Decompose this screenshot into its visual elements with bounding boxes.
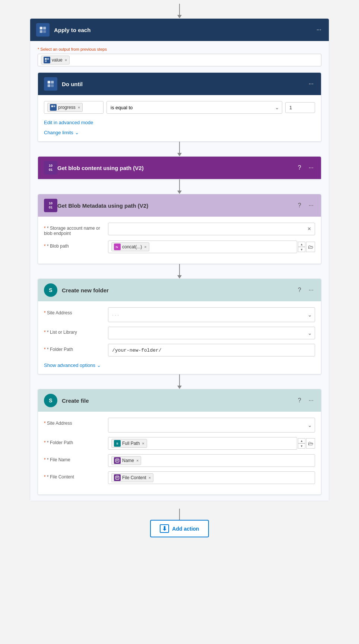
create-folder-body: * Site Address · · · ⌄ * * Lis [38, 301, 321, 374]
storage-account-row: * * Storage account name or blob endpoin… [44, 223, 315, 236]
name-token-icon [114, 457, 121, 464]
condition-left-input[interactable]: progress × [44, 101, 104, 114]
progress-token-remove[interactable]: × [78, 105, 80, 110]
inner-flow-wrapper: Do until ··· [30, 72, 329, 501]
file-content-token-remove[interactable]: × [149, 475, 151, 480]
create-folder-help-btn[interactable]: ? [296, 286, 303, 294]
site-address-row-file: * Site Address ⌄ [44, 418, 315, 433]
value-token-remove[interactable]: × [65, 58, 67, 62]
create-file-more-btn[interactable]: ··· [307, 396, 315, 405]
get-blob-content-card: 1001 Get blob content using path (V2) ? … [38, 156, 321, 179]
get-blob-metadata-actions: ? ··· [296, 201, 315, 210]
folder-path-row-file: * * Folder Path S Full Path × [44, 437, 315, 450]
svg-rect-18 [116, 477, 118, 477]
show-advanced-options-chevron: ⌄ [97, 362, 101, 368]
site-address-select-file[interactable] [108, 418, 315, 433]
folder-path-file-down-btn[interactable]: ▼ [298, 443, 305, 449]
add-action-btn[interactable]: ⬇ Add action [150, 520, 209, 537]
folder-path-input[interactable]: /your-new-folder/ [108, 344, 315, 356]
full-path-token-remove[interactable]: × [142, 441, 144, 446]
svg-rect-15 [116, 460, 118, 460]
blob-path-down-btn[interactable]: ▼ [298, 247, 305, 252]
get-blob-metadata-header: 1001 Get Blob Metadata using path (V2) ?… [38, 194, 321, 217]
folder-path-row: * * Folder Path /your-new-folder/ [44, 344, 315, 356]
value-token: value × [41, 56, 70, 65]
arrow-line-4 [179, 374, 180, 386]
blob-path-controls: ▲ ▼ [298, 242, 305, 252]
site-address-select-folder[interactable]: · · · [108, 307, 315, 322]
concat-token-remove[interactable]: × [144, 245, 146, 249]
apply-to-each-actions: ··· [315, 26, 323, 34]
name-token-remove[interactable]: × [136, 458, 139, 463]
inner-flow: Do until ··· [38, 72, 321, 495]
full-path-token: S Full Path × [111, 439, 147, 448]
svg-rect-8 [51, 81, 54, 84]
folder-path-value: /your-new-folder/ [112, 348, 162, 353]
value-token-label: value [52, 57, 63, 63]
svg-rect-9 [48, 84, 50, 87]
site-address-label-folder: * Site Address [44, 307, 104, 315]
get-blob-content-more-btn[interactable]: ··· [307, 164, 315, 172]
folder-path-input-file[interactable]: S Full Path × [108, 437, 297, 450]
file-content-token-label: File Content [122, 475, 146, 480]
file-content-row: * * File Content [44, 471, 315, 484]
svg-rect-12 [54, 106, 55, 107]
condition-op-select[interactable]: is equal to [107, 101, 282, 114]
folder-path-file-controls: ▲ ▼ [298, 438, 305, 449]
condition-value[interactable]: 1 [285, 102, 315, 113]
svg-text:fx: fx [116, 245, 118, 249]
get-blob-content-help-btn[interactable]: ? [296, 164, 303, 172]
folder-path-input-wrapper-file: S Full Path × ▲ ▼ 🗁 [108, 437, 315, 450]
get-blob-content-title: Get blob content using path (V2) [57, 165, 296, 171]
storage-account-clear[interactable]: × [308, 226, 311, 232]
blob-path-up-btn[interactable]: ▲ [298, 242, 305, 247]
svg-rect-11 [51, 106, 53, 107]
arrow-line-1 [179, 142, 180, 153]
storage-account-label: * * Storage account name or blob endpoin… [44, 223, 104, 236]
create-file-help-btn[interactable]: ? [296, 396, 303, 405]
apply-to-each-more-btn[interactable]: ··· [315, 26, 323, 34]
name-token: Name × [111, 456, 141, 465]
apply-to-each-body: * Select an output from previous steps v… [30, 41, 329, 72]
folder-path-label-file: * * Folder Path [44, 437, 104, 445]
arrow-3 [177, 264, 182, 279]
blob-path-input[interactable]: fx concat(...) × [108, 241, 297, 253]
arrow-line-3 [179, 264, 180, 275]
progress-token-icon [50, 104, 57, 111]
do-until-body: progress × is equal to ⌄ 1 [38, 95, 321, 141]
blob-path-label: * * Blob path [44, 241, 104, 249]
apply-to-each-header: Apply to each ··· [30, 19, 329, 41]
list-library-select[interactable] [108, 327, 315, 339]
file-content-input[interactable]: File Content × [108, 471, 315, 484]
create-folder-more-btn[interactable]: ··· [307, 286, 315, 294]
get-blob-content-icon: 1001 [44, 161, 57, 175]
get-blob-metadata-help-btn[interactable]: ? [296, 201, 303, 210]
arrow-line-2 [179, 179, 180, 191]
do-until-more-btn[interactable]: ··· [307, 80, 315, 88]
get-blob-metadata-body: * * Storage account name or blob endpoin… [38, 217, 321, 264]
site-address-placeholder-folder: · · · [112, 312, 119, 318]
concat-token-icon: fx [114, 244, 121, 250]
blob-path-folder-btn[interactable]: 🗁 [306, 242, 315, 252]
show-advanced-options-btn[interactable]: Show advanced options ⌄ [44, 362, 101, 368]
svg-rect-19 [116, 478, 118, 478]
full-path-token-label: Full Path [122, 441, 140, 446]
do-until-icon [44, 77, 57, 91]
get-blob-content-actions: ? ··· [296, 164, 315, 172]
file-name-row: * * File Name [44, 454, 315, 467]
storage-account-input[interactable]: × [108, 223, 315, 235]
condition-row: progress × is equal to ⌄ 1 [44, 101, 315, 114]
select-output-input[interactable]: value × [38, 54, 321, 66]
svg-rect-7 [48, 81, 50, 84]
folder-path-file-up-btn[interactable]: ▲ [298, 438, 305, 443]
blob-icon-label: 1001 [49, 164, 53, 172]
folder-path-file-folder-btn[interactable]: 🗁 [306, 438, 315, 449]
progress-token: progress × [47, 103, 83, 112]
show-advanced-options-label: Show advanced options [44, 362, 95, 368]
file-name-input[interactable]: Name × [108, 454, 315, 467]
get-blob-metadata-more-btn[interactable]: ··· [307, 201, 315, 210]
change-limits-btn[interactable]: Change limits ⌄ [44, 130, 79, 135]
add-action-wrapper: ⬇ Add action [150, 509, 209, 537]
edit-advanced-mode-btn[interactable]: Edit in advanced mode [44, 120, 93, 125]
arrow-head-2 [177, 191, 182, 194]
